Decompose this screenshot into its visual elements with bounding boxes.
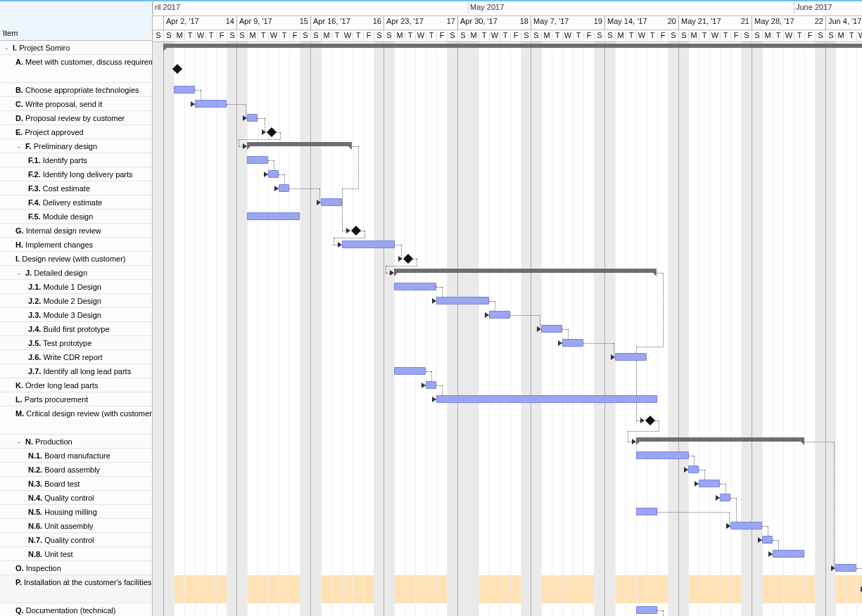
gantt-bar[interactable]	[436, 297, 489, 304]
task-row[interactable]: M. Critical design review (with customer…	[0, 406, 152, 435]
task-row[interactable]: J.2. Module 2 Design	[0, 294, 152, 308]
task-row[interactable]: -F. Preliminary design	[0, 139, 152, 153]
task-row[interactable]: I. Design review (with customer)	[0, 252, 152, 266]
task-row[interactable]: -N. Production	[0, 435, 152, 449]
gantt-bar[interactable]	[247, 212, 300, 220]
task-row[interactable]: N.5. Housing milling	[0, 505, 152, 519]
day-label: T	[647, 30, 657, 42]
task-row[interactable]: N.7. Quality control	[0, 533, 152, 547]
day-label: F	[216, 30, 227, 42]
task-prefix: N.3.	[28, 480, 42, 488]
task-row[interactable]: -J. Detailed design	[0, 266, 152, 280]
gantt-bar[interactable]	[426, 381, 436, 389]
task-row[interactable]: G. Internal design review	[0, 224, 152, 238]
task-row[interactable]: A. Meet with customer, discuss requireme…	[0, 55, 152, 83]
day-label: S	[815, 30, 825, 42]
task-row[interactable]: F.1. Identify parts	[0, 153, 152, 167]
gantt-bar[interactable]	[489, 311, 510, 319]
task-row[interactable]: H. Implement changes	[0, 238, 152, 252]
collapse-icon[interactable]: -	[15, 141, 23, 151]
task-name: Meet with customer, discuss requirements…	[25, 58, 152, 66]
gantt-bar[interactable]	[394, 283, 436, 290]
task-row[interactable]: N.8. Unit test	[0, 547, 152, 561]
collapse-icon[interactable]: -	[3, 43, 10, 53]
gantt-bar[interactable]	[762, 536, 773, 544]
task-row[interactable]: J.7. Identify all long lead parts	[0, 364, 152, 378]
gantt-bar[interactable]	[835, 564, 856, 572]
day-label: W	[415, 30, 426, 42]
task-name: Detailed design	[34, 269, 87, 277]
task-row[interactable]: E. Project approved	[0, 125, 152, 139]
gantt-bar[interactable]	[720, 494, 730, 501]
gantt-summary[interactable]	[247, 142, 352, 146]
gantt-bar[interactable]	[636, 508, 657, 515]
task-row[interactable]: F.2. Identify long delivery parts	[0, 167, 152, 181]
task-row[interactable]: N.2. Board assembly	[0, 463, 152, 477]
gantt-bar[interactable]	[636, 606, 657, 614]
task-row[interactable]: Q. Documentation (technical)	[0, 603, 152, 616]
gantt-bar[interactable]	[268, 170, 279, 178]
gantt-bar[interactable]	[321, 198, 342, 206]
gantt-bar[interactable]	[342, 240, 395, 248]
task-row[interactable]: J.5. Test prototype	[0, 336, 152, 350]
gantt-bar[interactable]	[688, 466, 699, 473]
day-label: W	[489, 30, 500, 42]
task-prefix: N.7.	[28, 536, 42, 544]
task-row[interactable]: J.3. Module 3 Design	[0, 308, 152, 322]
gantt-bar[interactable]	[541, 325, 562, 333]
day-label: M	[762, 30, 773, 42]
task-prefix: N.8.	[28, 550, 42, 558]
gantt-bar[interactable]	[615, 353, 647, 361]
gantt-bar[interactable]	[247, 114, 258, 122]
gantt-bar[interactable]	[636, 451, 689, 459]
task-row[interactable]: J.6. Write CDR report	[0, 350, 152, 364]
task-row[interactable]: P. Installation at the customer's facili…	[0, 575, 152, 603]
gantt-bar[interactable]	[562, 339, 583, 347]
task-row[interactable]: C. Write proposal, send it	[0, 97, 152, 111]
gantt-summary[interactable]	[163, 44, 862, 48]
task-row[interactable]: B. Choose appropriate technologies	[0, 83, 152, 97]
day-label: T	[773, 30, 783, 42]
gantt-bar[interactable]	[174, 86, 195, 94]
gantt-bar[interactable]	[394, 367, 426, 375]
collapse-icon[interactable]: -	[15, 268, 23, 278]
task-row[interactable]: N.6. Unit assembly	[0, 519, 152, 533]
day-label: S	[668, 30, 678, 42]
gantt-bar[interactable]	[195, 100, 227, 108]
task-row[interactable]: O. Inspection	[0, 561, 152, 575]
gantt-bar[interactable]	[773, 550, 804, 558]
task-name: Documentation (technical)	[26, 606, 116, 615]
task-name: Quality control	[44, 494, 94, 502]
task-name: Module design	[43, 212, 94, 221]
task-row[interactable]: L. Parts procurement	[0, 392, 152, 406]
task-name: Delivery estimate	[43, 198, 102, 207]
task-row[interactable]: N.3. Board test	[0, 477, 152, 491]
task-row[interactable]: F.4. Delivery estimate	[0, 195, 152, 210]
task-row[interactable]: F.5. Module design	[0, 210, 152, 224]
task-row[interactable]: J.1. Module 1 Design	[0, 280, 152, 294]
day-label: M	[394, 30, 405, 42]
task-row[interactable]: D. Proposal review by customer	[0, 111, 152, 125]
task-row[interactable]: N.4. Quality control	[0, 491, 152, 505]
gantt-bar[interactable]	[247, 156, 268, 164]
gantt-bar[interactable]	[730, 522, 762, 530]
gantt-bar[interactable]	[699, 480, 720, 487]
task-name: Inspection	[26, 564, 61, 572]
task-row[interactable]: -I. Project Somiro	[0, 41, 152, 55]
gantt-bar[interactable]	[279, 184, 289, 192]
task-row[interactable]: K. Order long lead parts	[0, 378, 152, 392]
day-label: T	[573, 30, 583, 42]
task-prefix: F.1.	[28, 156, 41, 165]
day-label: F	[510, 30, 521, 42]
task-row[interactable]: F.3. Cost estimate	[0, 181, 152, 195]
gantt-bar[interactable]	[436, 395, 657, 403]
task-row[interactable]: N.1. Board manufacture	[0, 449, 152, 463]
task-prefix: B.	[15, 86, 23, 94]
collapse-icon[interactable]: -	[15, 437, 23, 447]
gantt-summary[interactable]	[636, 437, 804, 442]
day-label: T	[794, 30, 804, 42]
gantt-summary[interactable]	[394, 269, 657, 273]
day-label: M	[321, 30, 331, 42]
task-row[interactable]: J.4. Build first prototype	[0, 322, 152, 336]
day-label: T	[478, 30, 489, 42]
